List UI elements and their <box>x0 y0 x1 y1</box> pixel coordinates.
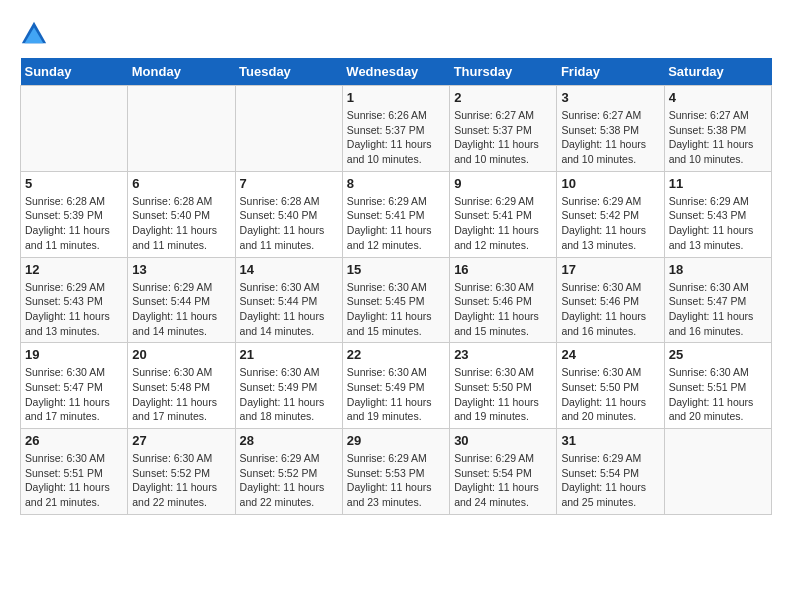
day-info: Sunrise: 6:29 AM Sunset: 5:41 PM Dayligh… <box>347 194 445 253</box>
day-info: Sunrise: 6:30 AM Sunset: 5:52 PM Dayligh… <box>132 451 230 510</box>
day-number: 3 <box>561 90 659 105</box>
day-info: Sunrise: 6:30 AM Sunset: 5:51 PM Dayligh… <box>669 365 767 424</box>
day-info: Sunrise: 6:28 AM Sunset: 5:40 PM Dayligh… <box>132 194 230 253</box>
day-number: 25 <box>669 347 767 362</box>
day-cell: 1Sunrise: 6:26 AM Sunset: 5:37 PM Daylig… <box>342 86 449 172</box>
day-number: 30 <box>454 433 552 448</box>
day-number: 31 <box>561 433 659 448</box>
day-number: 15 <box>347 262 445 277</box>
day-info: Sunrise: 6:30 AM Sunset: 5:46 PM Dayligh… <box>561 280 659 339</box>
day-info: Sunrise: 6:30 AM Sunset: 5:50 PM Dayligh… <box>454 365 552 424</box>
day-info: Sunrise: 6:30 AM Sunset: 5:45 PM Dayligh… <box>347 280 445 339</box>
day-number: 1 <box>347 90 445 105</box>
day-number: 24 <box>561 347 659 362</box>
day-cell: 17Sunrise: 6:30 AM Sunset: 5:46 PM Dayli… <box>557 257 664 343</box>
day-info: Sunrise: 6:29 AM Sunset: 5:44 PM Dayligh… <box>132 280 230 339</box>
day-cell: 13Sunrise: 6:29 AM Sunset: 5:44 PM Dayli… <box>128 257 235 343</box>
day-info: Sunrise: 6:30 AM Sunset: 5:46 PM Dayligh… <box>454 280 552 339</box>
day-info: Sunrise: 6:29 AM Sunset: 5:42 PM Dayligh… <box>561 194 659 253</box>
day-cell <box>235 86 342 172</box>
week-row-5: 26Sunrise: 6:30 AM Sunset: 5:51 PM Dayli… <box>21 429 772 515</box>
day-info: Sunrise: 6:30 AM Sunset: 5:51 PM Dayligh… <box>25 451 123 510</box>
day-info: Sunrise: 6:30 AM Sunset: 5:49 PM Dayligh… <box>347 365 445 424</box>
day-cell: 20Sunrise: 6:30 AM Sunset: 5:48 PM Dayli… <box>128 343 235 429</box>
day-number: 12 <box>25 262 123 277</box>
day-info: Sunrise: 6:27 AM Sunset: 5:38 PM Dayligh… <box>561 108 659 167</box>
day-number: 27 <box>132 433 230 448</box>
day-cell: 3Sunrise: 6:27 AM Sunset: 5:38 PM Daylig… <box>557 86 664 172</box>
week-row-3: 12Sunrise: 6:29 AM Sunset: 5:43 PM Dayli… <box>21 257 772 343</box>
day-cell: 4Sunrise: 6:27 AM Sunset: 5:38 PM Daylig… <box>664 86 771 172</box>
day-cell: 5Sunrise: 6:28 AM Sunset: 5:39 PM Daylig… <box>21 171 128 257</box>
day-cell: 19Sunrise: 6:30 AM Sunset: 5:47 PM Dayli… <box>21 343 128 429</box>
day-number: 8 <box>347 176 445 191</box>
day-header-sunday: Sunday <box>21 58 128 86</box>
day-cell: 26Sunrise: 6:30 AM Sunset: 5:51 PM Dayli… <box>21 429 128 515</box>
day-cell: 28Sunrise: 6:29 AM Sunset: 5:52 PM Dayli… <box>235 429 342 515</box>
day-number: 9 <box>454 176 552 191</box>
day-number: 11 <box>669 176 767 191</box>
day-cell: 12Sunrise: 6:29 AM Sunset: 5:43 PM Dayli… <box>21 257 128 343</box>
day-info: Sunrise: 6:29 AM Sunset: 5:41 PM Dayligh… <box>454 194 552 253</box>
day-info: Sunrise: 6:30 AM Sunset: 5:47 PM Dayligh… <box>669 280 767 339</box>
day-info: Sunrise: 6:27 AM Sunset: 5:38 PM Dayligh… <box>669 108 767 167</box>
day-info: Sunrise: 6:30 AM Sunset: 5:49 PM Dayligh… <box>240 365 338 424</box>
day-number: 29 <box>347 433 445 448</box>
day-cell: 22Sunrise: 6:30 AM Sunset: 5:49 PM Dayli… <box>342 343 449 429</box>
day-cell: 16Sunrise: 6:30 AM Sunset: 5:46 PM Dayli… <box>450 257 557 343</box>
day-number: 2 <box>454 90 552 105</box>
day-cell: 6Sunrise: 6:28 AM Sunset: 5:40 PM Daylig… <box>128 171 235 257</box>
week-row-2: 5Sunrise: 6:28 AM Sunset: 5:39 PM Daylig… <box>21 171 772 257</box>
day-header-monday: Monday <box>128 58 235 86</box>
week-row-4: 19Sunrise: 6:30 AM Sunset: 5:47 PM Dayli… <box>21 343 772 429</box>
day-header-wednesday: Wednesday <box>342 58 449 86</box>
day-number: 20 <box>132 347 230 362</box>
day-cell <box>664 429 771 515</box>
calendar-table: SundayMondayTuesdayWednesdayThursdayFrid… <box>20 58 772 515</box>
day-info: Sunrise: 6:29 AM Sunset: 5:54 PM Dayligh… <box>454 451 552 510</box>
day-info: Sunrise: 6:28 AM Sunset: 5:39 PM Dayligh… <box>25 194 123 253</box>
logo <box>20 20 52 48</box>
day-info: Sunrise: 6:27 AM Sunset: 5:37 PM Dayligh… <box>454 108 552 167</box>
day-cell: 29Sunrise: 6:29 AM Sunset: 5:53 PM Dayli… <box>342 429 449 515</box>
day-cell: 11Sunrise: 6:29 AM Sunset: 5:43 PM Dayli… <box>664 171 771 257</box>
day-cell: 10Sunrise: 6:29 AM Sunset: 5:42 PM Dayli… <box>557 171 664 257</box>
day-number: 21 <box>240 347 338 362</box>
day-number: 7 <box>240 176 338 191</box>
day-cell: 30Sunrise: 6:29 AM Sunset: 5:54 PM Dayli… <box>450 429 557 515</box>
day-info: Sunrise: 6:26 AM Sunset: 5:37 PM Dayligh… <box>347 108 445 167</box>
day-cell: 14Sunrise: 6:30 AM Sunset: 5:44 PM Dayli… <box>235 257 342 343</box>
day-number: 18 <box>669 262 767 277</box>
day-cell: 27Sunrise: 6:30 AM Sunset: 5:52 PM Dayli… <box>128 429 235 515</box>
day-info: Sunrise: 6:29 AM Sunset: 5:54 PM Dayligh… <box>561 451 659 510</box>
logo-icon <box>20 20 48 48</box>
day-header-thursday: Thursday <box>450 58 557 86</box>
day-number: 10 <box>561 176 659 191</box>
day-number: 14 <box>240 262 338 277</box>
day-info: Sunrise: 6:29 AM Sunset: 5:52 PM Dayligh… <box>240 451 338 510</box>
day-cell: 9Sunrise: 6:29 AM Sunset: 5:41 PM Daylig… <box>450 171 557 257</box>
day-number: 16 <box>454 262 552 277</box>
day-number: 28 <box>240 433 338 448</box>
day-cell: 18Sunrise: 6:30 AM Sunset: 5:47 PM Dayli… <box>664 257 771 343</box>
day-cell: 25Sunrise: 6:30 AM Sunset: 5:51 PM Dayli… <box>664 343 771 429</box>
day-info: Sunrise: 6:29 AM Sunset: 5:53 PM Dayligh… <box>347 451 445 510</box>
day-cell: 15Sunrise: 6:30 AM Sunset: 5:45 PM Dayli… <box>342 257 449 343</box>
day-header-tuesday: Tuesday <box>235 58 342 86</box>
day-cell: 2Sunrise: 6:27 AM Sunset: 5:37 PM Daylig… <box>450 86 557 172</box>
day-info: Sunrise: 6:29 AM Sunset: 5:43 PM Dayligh… <box>669 194 767 253</box>
day-info: Sunrise: 6:29 AM Sunset: 5:43 PM Dayligh… <box>25 280 123 339</box>
day-header-saturday: Saturday <box>664 58 771 86</box>
day-cell: 23Sunrise: 6:30 AM Sunset: 5:50 PM Dayli… <box>450 343 557 429</box>
day-number: 13 <box>132 262 230 277</box>
day-cell: 7Sunrise: 6:28 AM Sunset: 5:40 PM Daylig… <box>235 171 342 257</box>
day-info: Sunrise: 6:30 AM Sunset: 5:48 PM Dayligh… <box>132 365 230 424</box>
day-cell: 31Sunrise: 6:29 AM Sunset: 5:54 PM Dayli… <box>557 429 664 515</box>
day-cell <box>21 86 128 172</box>
day-number: 22 <box>347 347 445 362</box>
day-cell: 21Sunrise: 6:30 AM Sunset: 5:49 PM Dayli… <box>235 343 342 429</box>
days-header-row: SundayMondayTuesdayWednesdayThursdayFrid… <box>21 58 772 86</box>
day-number: 17 <box>561 262 659 277</box>
week-row-1: 1Sunrise: 6:26 AM Sunset: 5:37 PM Daylig… <box>21 86 772 172</box>
header <box>20 20 772 48</box>
